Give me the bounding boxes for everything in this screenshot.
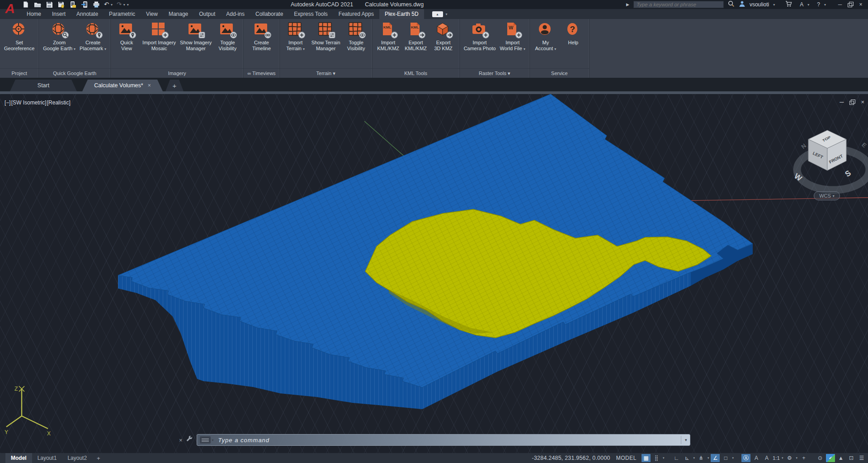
- viewcube[interactable]: N E W S TOP LEFT FRONT: [791, 108, 868, 205]
- recent-commands-caret-icon[interactable]: ▾: [212, 438, 214, 442]
- app-store-cart-icon[interactable]: [785, 0, 792, 9]
- close-tab-icon[interactable]: ×: [148, 82, 151, 89]
- export-3d-kmz-button[interactable]: Export3D KMZ: [430, 21, 457, 52]
- account-dropdown-icon[interactable]: ▾: [773, 3, 775, 7]
- autodesk-app-dropdown-icon[interactable]: ▾: [807, 3, 809, 7]
- model-space-button[interactable]: MODEL: [616, 455, 637, 461]
- grid-display-toggle[interactable]: ▦: [642, 454, 651, 462]
- import-imagery-mosaic-button[interactable]: Import ImageryMosaic: [141, 21, 177, 52]
- save-to-mobile-icon[interactable]: [69, 1, 76, 8]
- annotation-autoscale-toggle[interactable]: A: [752, 454, 761, 462]
- help-search-input[interactable]: [636, 1, 722, 8]
- undo-icon[interactable]: ↶: [104, 1, 109, 8]
- user-icon[interactable]: [739, 0, 745, 9]
- workspace-switching-gear[interactable]: ⚙: [785, 454, 794, 462]
- object-snap-toggle[interactable]: □: [721, 454, 730, 462]
- isometric-drafting-toggle[interactable]: ⋔: [697, 454, 706, 462]
- panel-title-kml-tools[interactable]: KML Tools: [373, 68, 459, 78]
- wcs-dropdown[interactable]: WCS▾: [814, 191, 840, 200]
- tab-view[interactable]: View: [141, 9, 163, 19]
- tab-parametric[interactable]: Parametric: [104, 9, 141, 19]
- tab-insert[interactable]: Insert: [47, 9, 71, 19]
- tab-featured-apps[interactable]: Featured Apps: [333, 9, 379, 19]
- tab-collaborate[interactable]: Collaborate: [250, 9, 288, 19]
- viewcube-cube[interactable]: TOP LEFT FRONT: [808, 130, 846, 170]
- panel-title-terrain[interactable]: Terrain ▾: [280, 68, 372, 78]
- file-tab-start[interactable]: Start: [10, 80, 77, 91]
- workspace-dropdown-icon[interactable]: ▾: [796, 456, 797, 460]
- command-input-bar[interactable]: ▾ ▾: [197, 434, 690, 446]
- autodesk-app-icon[interactable]: A: [800, 1, 803, 8]
- compass-north-label[interactable]: N: [800, 142, 807, 151]
- viewport-view-control[interactable]: [SW Isometric]: [11, 99, 47, 106]
- scale-dropdown-icon[interactable]: ▾: [782, 456, 783, 460]
- undo-dropdown-icon[interactable]: ▾: [111, 3, 113, 7]
- new-layout-button[interactable]: +: [92, 455, 105, 462]
- import-kml-kmz-button[interactable]: ImportKML/KMZ: [375, 21, 401, 52]
- export-kml-kmz-button[interactable]: ExportKML/KMZ: [403, 21, 429, 52]
- drawing-viewport[interactable]: [−] [SW Isometric] [Realistic] ─ × N E W…: [0, 94, 868, 453]
- set-georeference-button[interactable]: SetGeoreference: [3, 21, 36, 52]
- my-account-button[interactable]: MyAccount▾: [533, 21, 559, 52]
- create-timeline-button[interactable]: CreateTimeline: [249, 21, 275, 52]
- file-tab-calculate-volumes[interactable]: Calculate Volumes* ×: [82, 80, 163, 91]
- new-drawing-tab-button[interactable]: +: [165, 80, 184, 91]
- snap-mode-toggle[interactable]: ⣿: [652, 454, 661, 462]
- panel-title-imagery[interactable]: Imagery: [111, 68, 243, 78]
- tab-annotate[interactable]: Annotate: [71, 9, 104, 19]
- compass-south-label[interactable]: S: [844, 169, 853, 179]
- customization-menu-button[interactable]: ☰: [857, 454, 866, 462]
- recent-commands-icon[interactable]: [200, 436, 211, 444]
- command-customize-wrench-icon[interactable]: [186, 436, 193, 444]
- isolate-objects-toggle[interactable]: ⊙: [816, 454, 825, 462]
- window-close-icon[interactable]: ×: [857, 1, 864, 8]
- layout-tab-model[interactable]: Model: [5, 453, 32, 463]
- show-terrain-manager-button[interactable]: Show TerrainManager: [310, 21, 342, 52]
- window-minimize-icon[interactable]: ─: [836, 1, 844, 8]
- open-from-mobile-icon[interactable]: [80, 1, 88, 8]
- command-input[interactable]: [217, 436, 681, 444]
- viewport-close-icon[interactable]: ×: [861, 99, 864, 105]
- quick-view-button[interactable]: QuickView: [113, 21, 140, 52]
- tab-manage[interactable]: Manage: [163, 9, 193, 19]
- panel-title-service[interactable]: Service: [530, 68, 589, 78]
- zoom-google-earth-button[interactable]: ZoomGoogle Earth▾: [42, 21, 77, 52]
- panel-title-timeviews[interactable]: ∞ Timeviews: [244, 68, 279, 78]
- osnap-dropdown-icon[interactable]: ▾: [732, 456, 734, 460]
- panel-title-quick-google-earth[interactable]: Quick Google Earth: [39, 68, 110, 78]
- ortho-mode-toggle[interactable]: ∟: [672, 454, 681, 462]
- viewport-minimize-icon[interactable]: ─: [840, 99, 844, 105]
- help-dropdown-icon[interactable]: ▾: [824, 3, 826, 7]
- fullscreen-toggle[interactable]: ⊡: [847, 454, 856, 462]
- viewport-menu-control[interactable]: [−]: [5, 99, 11, 106]
- import-terrain-button[interactable]: ImportTerrain▾: [283, 21, 309, 52]
- command-scroll-icon[interactable]: ▾: [685, 438, 687, 442]
- tab-output[interactable]: Output: [193, 9, 221, 19]
- layout-tab-layout2[interactable]: Layout2: [62, 453, 92, 463]
- redo-icon[interactable]: ↷: [117, 1, 122, 8]
- tab-home[interactable]: Home: [21, 9, 47, 19]
- signed-in-username[interactable]: vsoulioti: [750, 1, 769, 8]
- search-icon[interactable]: [728, 0, 735, 9]
- autocad-logo-icon[interactable]: A: [1, 0, 19, 18]
- viewport-restore-icon[interactable]: [849, 99, 855, 105]
- viewport-visual-style-control[interactable]: [Realistic]: [47, 99, 71, 106]
- plot-icon[interactable]: [92, 1, 100, 8]
- window-restore-icon[interactable]: [848, 2, 853, 7]
- polar-dropdown-icon[interactable]: ▾: [693, 456, 695, 460]
- infocenter-arrow-icon[interactable]: ▶: [626, 2, 629, 7]
- layout-tab-layout1[interactable]: Layout1: [32, 453, 62, 463]
- ribbon-minimize-button[interactable]: ▴: [432, 11, 443, 17]
- tab-express-tools[interactable]: Express Tools: [288, 9, 333, 19]
- help-icon[interactable]: ?: [817, 1, 820, 8]
- new-drawing-icon[interactable]: [22, 1, 29, 8]
- help-button[interactable]: Help: [560, 21, 586, 46]
- annotation-scale-button[interactable]: A: [762, 454, 771, 462]
- hardware-acceleration-toggle[interactable]: ✔: [826, 454, 835, 462]
- clean-screen-toggle[interactable]: ▲: [836, 454, 845, 462]
- snap-dropdown-icon[interactable]: ▾: [663, 456, 665, 460]
- toggle-terrain-visibility-button[interactable]: ToggleVisibility: [343, 21, 369, 52]
- tab-plex-earth-5d[interactable]: Plex-Earth 5D: [379, 9, 424, 19]
- polar-tracking-toggle[interactable]: ⊾: [682, 454, 691, 462]
- ucs-icon[interactable]: Z X Y: [4, 383, 53, 438]
